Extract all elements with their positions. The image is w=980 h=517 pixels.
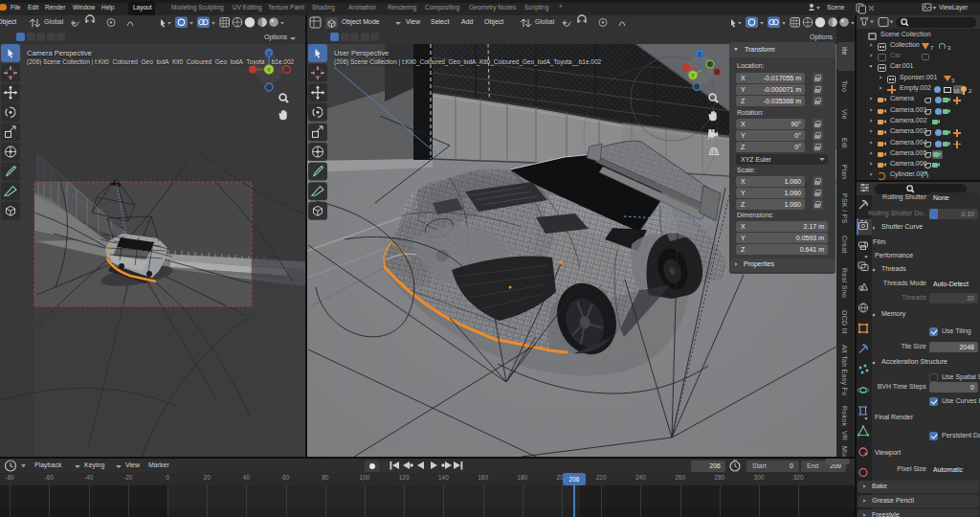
svg-text:Y: Y — [267, 67, 271, 73]
svg-text:Y: Y — [691, 73, 695, 79]
svg-text:Z: Z — [698, 52, 702, 57]
svg-text:Z: Z — [267, 51, 271, 56]
